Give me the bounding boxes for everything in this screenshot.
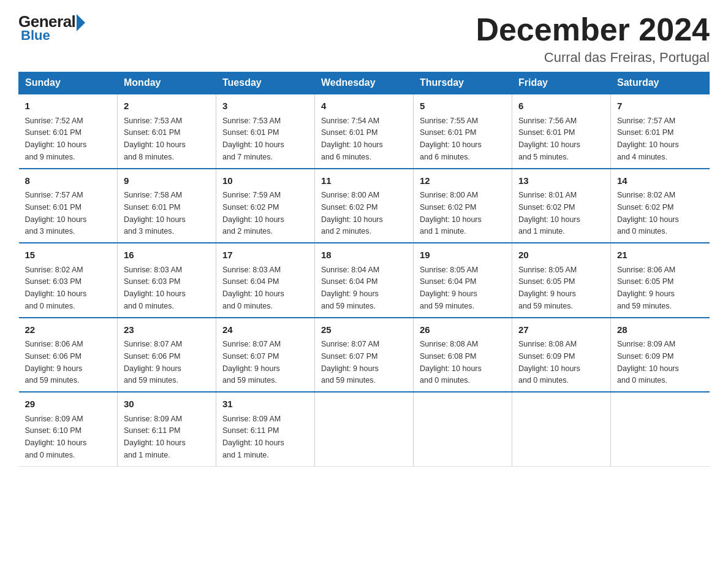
day-number: 30 [124, 397, 210, 412]
calendar-week-row: 22Sunrise: 8:06 AM Sunset: 6:06 PM Dayli… [19, 318, 710, 393]
header-day-friday: Friday [512, 72, 611, 94]
calendar-cell: 2Sunrise: 7:53 AM Sunset: 6:01 PM Daylig… [118, 94, 216, 169]
calendar-cell: 21Sunrise: 8:06 AM Sunset: 6:05 PM Dayli… [611, 243, 710, 318]
day-number: 21 [617, 248, 703, 262]
day-number: 20 [518, 248, 604, 262]
day-info: Sunrise: 7:52 AM Sunset: 6:01 PM Dayligh… [25, 117, 87, 161]
day-info: Sunrise: 8:09 AM Sunset: 6:09 PM Dayligh… [617, 340, 679, 385]
calendar-week-row: 1Sunrise: 7:52 AM Sunset: 6:01 PM Daylig… [19, 94, 710, 169]
day-number: 28 [617, 323, 703, 337]
calendar-cell: 7Sunrise: 7:57 AM Sunset: 6:01 PM Daylig… [611, 94, 710, 169]
day-number: 29 [25, 397, 112, 412]
calendar-week-row: 15Sunrise: 8:02 AM Sunset: 6:03 PM Dayli… [19, 243, 710, 318]
day-info: Sunrise: 8:02 AM Sunset: 6:02 PM Dayligh… [617, 191, 679, 236]
calendar-cell: 31Sunrise: 8:09 AM Sunset: 6:11 PM Dayli… [216, 392, 315, 466]
calendar-cell: 3Sunrise: 7:53 AM Sunset: 6:01 PM Daylig… [216, 94, 315, 169]
calendar-cell: 10Sunrise: 7:59 AM Sunset: 6:02 PM Dayli… [216, 169, 315, 243]
day-info: Sunrise: 7:59 AM Sunset: 6:02 PM Dayligh… [222, 191, 284, 236]
day-info: Sunrise: 8:06 AM Sunset: 6:05 PM Dayligh… [617, 266, 675, 310]
day-number: 10 [222, 174, 308, 188]
calendar-cell: 24Sunrise: 8:07 AM Sunset: 6:07 PM Dayli… [216, 318, 315, 393]
day-number: 3 [222, 99, 308, 113]
day-info: Sunrise: 8:07 AM Sunset: 6:07 PM Dayligh… [222, 340, 281, 385]
header: General Blue December 2024 Curral das Fr… [18, 12, 710, 66]
day-number: 1 [25, 99, 112, 113]
day-number: 15 [25, 248, 112, 262]
calendar-cell: 5Sunrise: 7:55 AM Sunset: 6:01 PM Daylig… [414, 94, 512, 169]
calendar-week-row: 29Sunrise: 8:09 AM Sunset: 6:10 PM Dayli… [19, 392, 710, 466]
day-number: 19 [420, 248, 506, 262]
calendar-cell: 17Sunrise: 8:03 AM Sunset: 6:04 PM Dayli… [216, 243, 315, 318]
day-number: 6 [518, 99, 604, 113]
day-info: Sunrise: 8:02 AM Sunset: 6:03 PM Dayligh… [25, 266, 87, 310]
calendar-cell: 11Sunrise: 8:00 AM Sunset: 6:02 PM Dayli… [315, 169, 414, 243]
calendar-cell: 30Sunrise: 8:09 AM Sunset: 6:11 PM Dayli… [118, 392, 216, 466]
header-day-sunday: Sunday [19, 72, 118, 94]
calendar-header-row: SundayMondayTuesdayWednesdayThursdayFrid… [19, 72, 710, 94]
month-title: December 2024 [476, 12, 710, 47]
day-info: Sunrise: 7:55 AM Sunset: 6:01 PM Dayligh… [420, 117, 482, 161]
day-number: 5 [420, 99, 506, 113]
calendar-cell: 25Sunrise: 8:07 AM Sunset: 6:07 PM Dayli… [315, 318, 414, 393]
calendar-cell: 8Sunrise: 7:57 AM Sunset: 6:01 PM Daylig… [19, 169, 118, 243]
day-info: Sunrise: 7:57 AM Sunset: 6:01 PM Dayligh… [25, 191, 87, 236]
calendar-cell: 23Sunrise: 8:07 AM Sunset: 6:06 PM Dayli… [118, 318, 216, 393]
day-info: Sunrise: 7:54 AM Sunset: 6:01 PM Dayligh… [321, 117, 383, 161]
calendar-cell: 13Sunrise: 8:01 AM Sunset: 6:02 PM Dayli… [512, 169, 611, 243]
header-day-monday: Monday [118, 72, 216, 94]
calendar-cell: 4Sunrise: 7:54 AM Sunset: 6:01 PM Daylig… [315, 94, 414, 169]
calendar-cell: 22Sunrise: 8:06 AM Sunset: 6:06 PM Dayli… [19, 318, 118, 393]
header-day-thursday: Thursday [414, 72, 512, 94]
day-info: Sunrise: 8:03 AM Sunset: 6:03 PM Dayligh… [124, 266, 186, 310]
day-number: 11 [321, 174, 407, 188]
day-info: Sunrise: 8:07 AM Sunset: 6:07 PM Dayligh… [321, 340, 379, 385]
day-info: Sunrise: 8:09 AM Sunset: 6:11 PM Dayligh… [222, 415, 284, 459]
location-subtitle: Curral das Freiras, Portugal [476, 50, 710, 66]
day-number: 18 [321, 248, 407, 262]
day-number: 23 [124, 323, 210, 337]
calendar-cell [611, 392, 710, 466]
calendar-cell: 14Sunrise: 8:02 AM Sunset: 6:02 PM Dayli… [611, 169, 710, 243]
day-number: 24 [222, 323, 308, 337]
calendar-week-row: 8Sunrise: 7:57 AM Sunset: 6:01 PM Daylig… [19, 169, 710, 243]
day-info: Sunrise: 8:01 AM Sunset: 6:02 PM Dayligh… [518, 191, 580, 236]
day-info: Sunrise: 8:03 AM Sunset: 6:04 PM Dayligh… [222, 266, 284, 310]
calendar-cell: 20Sunrise: 8:05 AM Sunset: 6:05 PM Dayli… [512, 243, 611, 318]
day-number: 7 [617, 99, 703, 113]
logo-arrow-icon [77, 14, 85, 31]
calendar-cell: 18Sunrise: 8:04 AM Sunset: 6:04 PM Dayli… [315, 243, 414, 318]
title-section: December 2024 Curral das Freiras, Portug… [476, 12, 710, 66]
day-number: 12 [420, 174, 506, 188]
day-number: 16 [124, 248, 210, 262]
day-info: Sunrise: 8:05 AM Sunset: 6:05 PM Dayligh… [518, 266, 577, 310]
calendar-cell: 1Sunrise: 7:52 AM Sunset: 6:01 PM Daylig… [19, 94, 118, 169]
day-info: Sunrise: 7:56 AM Sunset: 6:01 PM Dayligh… [518, 117, 580, 161]
calendar-cell: 28Sunrise: 8:09 AM Sunset: 6:09 PM Dayli… [611, 318, 710, 393]
day-number: 27 [518, 323, 604, 337]
day-number: 2 [124, 99, 210, 113]
day-info: Sunrise: 8:00 AM Sunset: 6:02 PM Dayligh… [321, 191, 383, 236]
header-day-wednesday: Wednesday [315, 72, 414, 94]
day-number: 25 [321, 323, 407, 337]
calendar-cell: 9Sunrise: 7:58 AM Sunset: 6:01 PM Daylig… [118, 169, 216, 243]
calendar-cell: 16Sunrise: 8:03 AM Sunset: 6:03 PM Dayli… [118, 243, 216, 318]
day-info: Sunrise: 8:09 AM Sunset: 6:10 PM Dayligh… [25, 415, 87, 459]
day-info: Sunrise: 8:00 AM Sunset: 6:02 PM Dayligh… [420, 191, 482, 236]
day-number: 17 [222, 248, 308, 262]
day-number: 14 [617, 174, 703, 188]
day-info: Sunrise: 8:04 AM Sunset: 6:04 PM Dayligh… [321, 266, 379, 310]
calendar-table: SundayMondayTuesdayWednesdayThursdayFrid… [18, 72, 710, 467]
day-number: 4 [321, 99, 407, 113]
calendar-cell [315, 392, 414, 466]
day-info: Sunrise: 8:07 AM Sunset: 6:06 PM Dayligh… [124, 340, 182, 385]
calendar-cell: 29Sunrise: 8:09 AM Sunset: 6:10 PM Dayli… [19, 392, 118, 466]
day-number: 26 [420, 323, 506, 337]
day-info: Sunrise: 7:58 AM Sunset: 6:01 PM Dayligh… [124, 191, 186, 236]
calendar-cell: 19Sunrise: 8:05 AM Sunset: 6:04 PM Dayli… [414, 243, 512, 318]
day-info: Sunrise: 7:53 AM Sunset: 6:01 PM Dayligh… [222, 117, 284, 161]
day-number: 31 [222, 397, 308, 412]
header-day-tuesday: Tuesday [216, 72, 315, 94]
header-day-saturday: Saturday [611, 72, 710, 94]
calendar-cell [414, 392, 512, 466]
logo: General Blue [18, 12, 85, 44]
